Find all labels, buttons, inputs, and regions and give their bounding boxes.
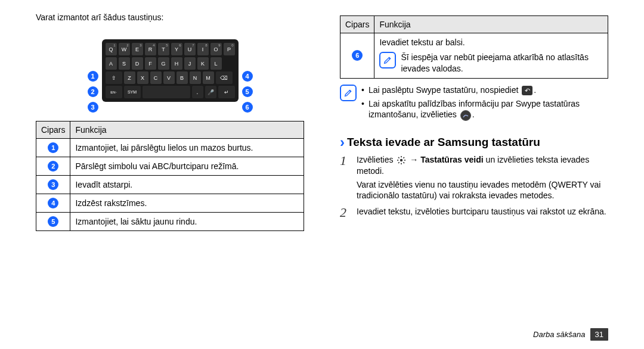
keyboard-image: 1Q2W3E4R5T6Y7U8I9O0P ASDFGHJKL ⇧ZXCVBNM⌫… — [102, 39, 239, 102]
note-icon — [340, 85, 357, 101]
legend-head-func: Funkcija — [70, 121, 304, 138]
svg-line-5 — [398, 157, 400, 158]
footer-label: Darba sākšana — [533, 330, 585, 339]
callout-3: 3 — [88, 102, 98, 113]
legend-head-num: Cipars — [36, 121, 70, 138]
legend-head-func: Funkcija — [374, 16, 608, 33]
step-1: 1 Izvēlieties → Tastatūras veidi un izvē… — [340, 154, 608, 202]
row-badge: 6 — [352, 50, 363, 61]
row-text: Ievadiet tekstu ar balsi. — [379, 37, 603, 48]
row-badge: 2 — [48, 161, 58, 172]
table-row: 5 Izmantojiet, lai sāktu jaunu rindu. — [36, 212, 304, 230]
back-key-icon: ↶ — [522, 86, 532, 95]
step-2: 2 Ievadiet tekstu, izvēloties burtciparu… — [340, 206, 608, 219]
row-text: Pārslēgt simbolu vai ABC/burtciparu režī… — [70, 157, 304, 175]
list-item: Lai paslēptu Swype tastatūru, nospiediet… — [361, 85, 608, 96]
table-row: 4 Izdzēst rakstzīmes. — [36, 194, 304, 212]
row-badge: 4 — [48, 198, 58, 208]
svg-line-6 — [404, 162, 405, 163]
legend-table: Cipars Funkcija 1 Izmantojiet, lai pārsl… — [36, 121, 304, 231]
callout-2: 2 — [88, 86, 98, 97]
table-row: 3 Ievadīt atstarpi. — [36, 175, 304, 194]
keyboard-figure: 1 2 3 1Q2W3E4R5T6Y7U8I9O0P ASDFGHJKL ⇧ZX… — [36, 29, 304, 113]
step-subtext: Varat izvēlēties vienu no taustiņu ievad… — [357, 179, 608, 202]
list-item: Lai apskatītu palīdzības informāciju par… — [361, 98, 608, 121]
callout-1: 1 — [88, 71, 98, 82]
note-text: Šī iespēja var nebūt pieejama atkarībā n… — [401, 52, 603, 74]
swype-logo-icon — [460, 110, 471, 121]
table-row: 6 Ievadiet tekstu ar balsi. Šī iespēja v… — [340, 33, 608, 79]
tip-list: Lai paslēptu Swype tastatūru, nospiediet… — [361, 85, 608, 123]
gear-icon — [397, 155, 406, 165]
svg-line-7 — [398, 162, 400, 163]
section-heading: › Teksta ievade ar Samsung tastatūru — [340, 135, 608, 149]
callout-5: 5 — [242, 86, 253, 97]
svg-line-8 — [404, 157, 405, 158]
row-text: Izmantojiet, lai pārslēgtu lielos un maz… — [70, 138, 304, 157]
row-badge: 1 — [48, 142, 58, 153]
legend-table-cont: Cipars Funkcija 6 Ievadiet tekstu ar bal… — [340, 15, 608, 79]
row-text: Ievadīt atstarpi. — [70, 175, 304, 194]
row-text: Izdzēst rakstzīmes. — [70, 194, 304, 212]
intro-text: Varat izmantot arī šādus taustiņus: — [36, 12, 304, 23]
row-text: Izmantojiet, lai sāktu jaunu rindu. — [70, 212, 304, 230]
page-footer: Darba sākšana 31 — [533, 328, 608, 341]
note-icon — [379, 52, 396, 68]
bold-label: Tastatūras veidi — [420, 155, 484, 164]
chevron-icon: › — [340, 135, 345, 149]
table-row: 1 Izmantojiet, lai pārslēgtu lielos un m… — [36, 138, 304, 157]
row-badge: 5 — [48, 216, 58, 227]
callout-4: 4 — [242, 71, 253, 82]
table-row: 2 Pārslēgt simbolu vai ABC/burtciparu re… — [36, 157, 304, 175]
svg-point-0 — [400, 159, 402, 161]
callout-6: 6 — [242, 102, 253, 113]
page-number: 31 — [590, 328, 608, 341]
row-badge: 3 — [48, 179, 58, 190]
legend-head-num: Cipars — [340, 16, 374, 33]
